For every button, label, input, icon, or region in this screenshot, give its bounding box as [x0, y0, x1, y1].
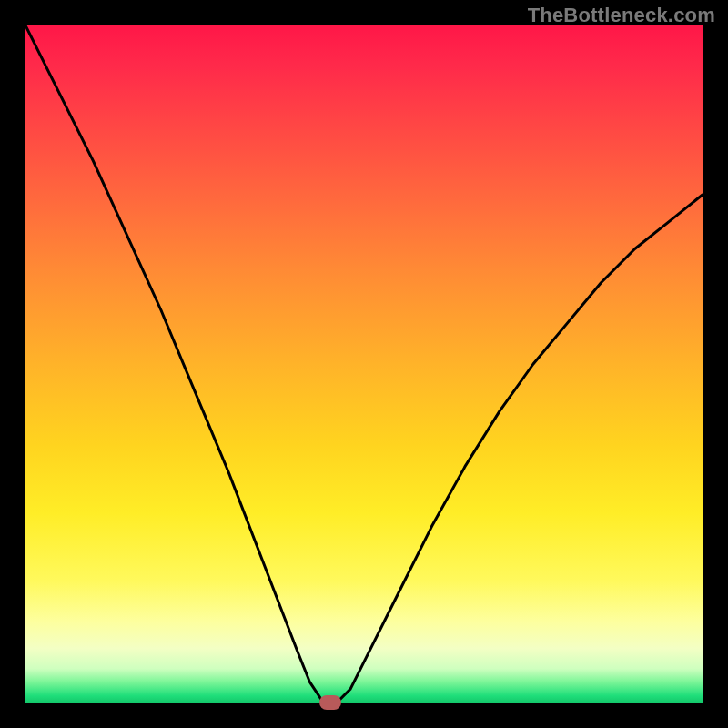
chart-container: TheBottleneck.com [0, 0, 728, 728]
watermark-label: TheBottleneck.com [528, 4, 715, 27]
bottleneck-curve [25, 25, 703, 703]
plot-area [25, 25, 703, 703]
optimal-point-marker [319, 695, 341, 710]
